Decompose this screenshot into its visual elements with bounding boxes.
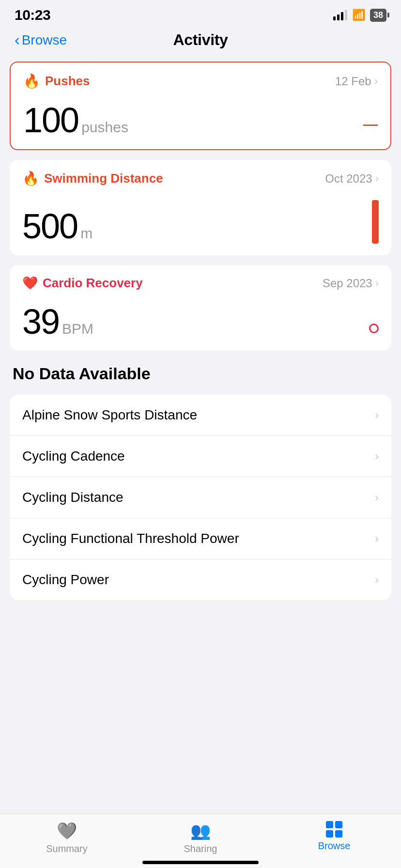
cardio-value: 39 BPM: [22, 304, 93, 339]
pushes-dash-indicator: —: [363, 116, 378, 133]
swimming-date-text: Oct 2023: [325, 172, 372, 186]
alpine-label: Alpine Snow Sports Distance: [22, 407, 197, 423]
cardio-date-text: Sep 2023: [323, 277, 372, 290]
signal-icon: [333, 10, 347, 20]
pushes-chevron-icon: ›: [374, 75, 378, 88]
tab-summary[interactable]: 🩶 Summary: [38, 821, 96, 854]
pushes-title-label: Pushes: [45, 74, 90, 89]
flame-icon-2: 🔥: [22, 170, 39, 186]
pushes-card[interactable]: 🔥 Pushes 12 Feb › 100 pushes —: [10, 62, 391, 150]
pushes-card-header: 🔥 Pushes 12 Feb ›: [23, 73, 378, 89]
cardio-unit: BPM: [62, 321, 93, 337]
cycling-power-label: Cycling Power: [22, 572, 109, 588]
list-item-cycling-distance[interactable]: Cycling Distance ›: [10, 477, 391, 518]
browse-tab-label: Browse: [318, 840, 351, 852]
back-label: Browse: [22, 32, 67, 48]
cycling-threshold-label: Cycling Functional Threshold Power: [22, 531, 239, 546]
pushes-value-row: 100 pushes —: [23, 103, 378, 138]
swimming-date: Oct 2023 ›: [325, 172, 379, 186]
no-data-list: Alpine Snow Sports Distance › Cycling Ca…: [10, 395, 391, 600]
heart-icon: ❤️: [22, 276, 38, 291]
summary-heart-icon: 🩶: [57, 821, 77, 840]
summary-tab-label: Summary: [46, 843, 88, 854]
swimming-distance-card[interactable]: 🔥 Swimming Distance Oct 2023 › 500 m: [10, 160, 391, 255]
tab-bar: 🩶 Summary 👥 Sharing Browse: [0, 814, 401, 868]
swimming-number: 500: [22, 209, 77, 244]
sharing-people-icon: 👥: [190, 821, 211, 840]
cardio-title-label: Cardio Recovery: [43, 276, 143, 291]
swimming-value: 500 m: [22, 209, 93, 244]
home-indicator: [142, 861, 259, 864]
swimming-unit: m: [80, 225, 93, 242]
back-chevron-icon: ‹: [15, 32, 20, 47]
main-content: 🔥 Pushes 12 Feb › 100 pushes — 🔥 Swimmin…: [0, 57, 401, 658]
pushes-number: 100: [23, 103, 78, 138]
swimming-bar-indicator: [372, 200, 379, 244]
alpine-chevron-icon: ›: [375, 408, 379, 422]
list-item-cycling-threshold[interactable]: Cycling Functional Threshold Power ›: [10, 518, 391, 559]
cardio-chevron-icon: ›: [375, 277, 379, 290]
tab-sharing[interactable]: 👥 Sharing: [171, 821, 230, 854]
swimming-card-header: 🔥 Swimming Distance Oct 2023 ›: [22, 170, 379, 186]
swimming-title: 🔥 Swimming Distance: [22, 170, 163, 186]
cardio-dot-indicator: [369, 324, 379, 333]
cardio-number: 39: [22, 304, 59, 339]
cycling-cadence-label: Cycling Cadence: [22, 449, 125, 464]
cycling-power-chevron-icon: ›: [375, 573, 379, 587]
cycling-distance-chevron-icon: ›: [375, 491, 379, 504]
no-data-heading: No Data Available: [10, 360, 391, 385]
pushes-value: 100 pushes: [23, 103, 128, 138]
battery-indicator: 38: [370, 9, 386, 22]
cycling-distance-label: Cycling Distance: [22, 490, 123, 505]
list-item-alpine[interactable]: Alpine Snow Sports Distance ›: [10, 395, 391, 436]
cardio-recovery-card[interactable]: ❤️ Cardio Recovery Sep 2023 › 39 BPM: [10, 265, 391, 351]
pushes-date-text: 12 Feb: [335, 75, 371, 88]
browse-grid-icon: [326, 821, 342, 837]
back-button[interactable]: ‹ Browse: [15, 32, 67, 48]
cardio-title: ❤️ Cardio Recovery: [22, 276, 143, 291]
wifi-icon: 📶: [352, 9, 365, 21]
tab-browse[interactable]: Browse: [305, 821, 363, 852]
cycling-threshold-chevron-icon: ›: [375, 532, 379, 545]
swimming-value-row: 500 m: [22, 200, 379, 244]
nav-bar: ‹ Browse Activity: [0, 26, 401, 57]
cardio-date: Sep 2023 ›: [323, 277, 379, 290]
cardio-value-row: 39 BPM: [22, 304, 379, 339]
list-item-cycling-power[interactable]: Cycling Power ›: [10, 559, 391, 600]
list-item-cycling-cadence[interactable]: Cycling Cadence ›: [10, 436, 391, 477]
pushes-unit: pushes: [81, 119, 128, 136]
cycling-cadence-chevron-icon: ›: [375, 450, 379, 463]
status-bar: 10:23 📶 38: [0, 0, 401, 26]
pushes-date: 12 Feb ›: [335, 75, 378, 88]
flame-icon: 🔥: [23, 73, 40, 89]
pushes-title: 🔥 Pushes: [23, 73, 90, 89]
cardio-card-header: ❤️ Cardio Recovery Sep 2023 ›: [22, 276, 379, 291]
status-time: 10:23: [15, 7, 50, 23]
swimming-chevron-icon: ›: [375, 172, 379, 185]
sharing-tab-label: Sharing: [184, 843, 217, 854]
battery-level: 38: [373, 10, 383, 20]
page-title: Activity: [173, 31, 228, 49]
swimming-title-label: Swimming Distance: [44, 171, 163, 186]
status-icons: 📶 38: [333, 9, 386, 22]
